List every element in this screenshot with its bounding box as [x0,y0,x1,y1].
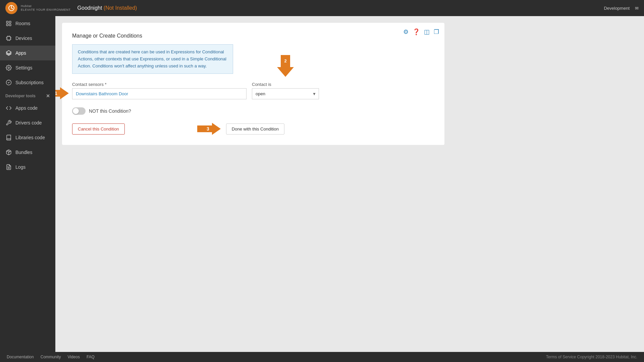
svg-line-9 [8,150,10,152]
layers-icon [5,50,12,56]
grid-icon [5,20,12,27]
sidebar-label-bundles: Bundles [15,150,33,155]
sidebar-label-subscriptions: Subscriptions [15,80,44,85]
sidebar-item-logs[interactable]: Logs [0,160,55,174]
sidebar-label-apps: Apps [15,50,26,56]
sidebar-item-subscriptions[interactable]: Subscriptions [0,75,55,90]
cpu-icon [5,35,12,42]
svg-text:2: 2 [284,58,286,63]
conditions-card: ⚙ ❓ ◫ ❐ Manage or Create Conditions Cond… [62,23,444,145]
footer-community[interactable]: Community [41,355,61,359]
tool-icon [5,119,12,126]
footer-copyright: Terms of Service Copyright 2018-2023 Hub… [546,355,637,359]
arrow-2-annotation: 2 [277,55,294,77]
file-text-icon [5,164,12,170]
section-title: Manage or Create Conditions [72,33,434,39]
cancel-condition-button[interactable]: Cancel this Condition [72,123,125,135]
sidebar-label-rooms: Rooms [15,21,30,26]
contact-sensors-group: Contact sensors * [72,82,247,99]
svg-rect-5 [7,37,11,40]
message-icon[interactable]: ✉ [635,6,639,11]
svg-rect-2 [9,21,11,23]
code-icon [5,105,12,111]
sidebar-label-logs: Logs [15,164,25,170]
not-condition-label: NOT this Condition? [89,108,131,114]
sidebar-label-settings: Settings [15,65,33,70]
sidebar-item-bundles[interactable]: Bundles [0,145,55,160]
expand-icon[interactable]: ❐ [434,28,439,36]
env-label: Development [604,6,630,11]
footer-documentation[interactable]: Documentation [7,355,34,359]
arrow-1-shape: 1 [55,87,69,99]
contact-is-select[interactable]: openclosed [252,88,319,99]
done-condition-button[interactable]: Done with this Condition [226,123,284,135]
svg-text:1: 1 [55,91,57,96]
gear-icon[interactable]: ⚙ [403,28,409,36]
condition-form-row: Contact sensors * 2 Contact is [72,82,434,99]
app-header: Hubitat ELEVATE YOUR ENVIRONMENT Goodnig… [0,0,644,16]
sidebar-item-settings[interactable]: Settings [0,60,55,75]
contact-is-label: Contact is [252,82,319,87]
contact-sensors-label: Contact sensors * [72,82,247,87]
developer-tools-header: Developer tools ✕ [0,90,55,101]
arrow-3-shape: 3 [197,123,221,135]
contact-is-select-wrap: openclosed ▼ [252,88,319,99]
not-condition-toggle[interactable] [72,107,86,115]
footer-links: Documentation Community Videos FAQ [7,355,95,359]
sidebar: Rooms Devices Apps Settings Subscription… [0,16,55,352]
sidebar-label-apps-code: Apps code [15,105,38,111]
book-icon [5,134,12,141]
svg-text:3: 3 [207,126,209,132]
check-circle-icon [5,79,12,86]
settings-icon [5,64,12,71]
logo: Hubitat ELEVATE YOUR ENVIRONMENT [5,2,71,14]
sidebar-label-devices: Devices [15,36,32,41]
collapse-icon[interactable]: ✕ [46,93,50,99]
arrow-2-shape: 2 [277,55,294,77]
app-title: Goodnight (Not Installed) [77,5,604,11]
contact-sensors-input[interactable] [72,88,247,99]
contact-is-group: 2 Contact is openclosed ▼ [252,82,319,99]
sidebar-item-libraries-code[interactable]: Libraries code [0,130,55,145]
main-content: ⚙ ❓ ◫ ❐ Manage or Create Conditions Cond… [55,16,644,352]
not-condition-row: NOT this Condition? [72,107,434,115]
sidebar-item-drivers-code[interactable]: Drivers code [0,115,55,130]
package-icon [5,149,12,156]
help-icon[interactable]: ❓ [413,28,420,36]
sidebar-label-libraries-code: Libraries code [15,135,45,140]
svg-point-7 [8,67,10,69]
svg-marker-13 [55,87,69,99]
svg-rect-3 [6,24,8,26]
card-toolbar: ⚙ ❓ ◫ ❐ [403,28,439,36]
sidebar-item-apps-code[interactable]: Apps code [0,101,55,115]
app-status: (Not Installed) [104,5,137,11]
sidebar-item-apps[interactable]: Apps [0,46,55,60]
footer: Documentation Community Videos FAQ Terms… [0,352,644,362]
arrow-3-annotation: 3 [197,123,221,135]
info-box: Conditions that are created here can be … [72,44,233,74]
header-right: Development ✉ [604,6,639,11]
footer-faq[interactable]: FAQ [87,355,95,359]
arrow-1-annotation: 1 [55,87,69,99]
monitor-icon[interactable]: ◫ [424,28,430,36]
footer-videos[interactable]: Videos [67,355,79,359]
sidebar-item-rooms[interactable]: Rooms [0,16,55,31]
svg-rect-4 [9,24,11,26]
logo-icon [5,2,17,14]
svg-rect-1 [6,21,8,23]
sidebar-label-drivers-code: Drivers code [15,120,42,125]
logo-text: Hubitat ELEVATE YOUR ENVIRONMENT [21,4,71,12]
button-row: Cancel this Condition 3 Done with this C… [72,123,434,135]
sidebar-item-devices[interactable]: Devices [0,31,55,46]
